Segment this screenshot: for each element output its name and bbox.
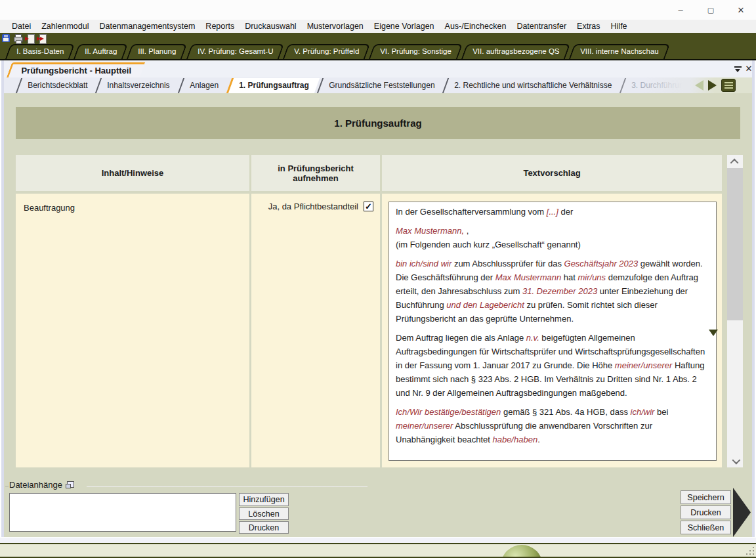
column-header-in-pruefungsbericht-aufnehmen: in Prüfungsbericht aufnehmen [251, 155, 380, 191]
cell-inhalt: Beauftragung [16, 194, 249, 467]
page-title: 1. Prüfungsauftrag [16, 107, 740, 139]
toolbar [0, 33, 756, 45]
tab-list-menu-icon[interactable] [721, 79, 736, 92]
print-attachment-button[interactable]: Drucken [239, 521, 289, 534]
module-tab-bar: I. Basis-Daten II. Auftrag III. Planung … [0, 45, 756, 60]
tab-interne-nachschau[interactable]: VIII. interne Nachschau [569, 44, 670, 59]
open-attachments-window-icon[interactable] [66, 481, 74, 488]
resize-grip[interactable] [746, 546, 754, 555]
subtab-berichtsdeckblatt[interactable]: Berichtsdeckblatt [16, 78, 98, 93]
subtab-fade-overlay [644, 77, 690, 93]
menu-reports[interactable]: Reports [200, 20, 240, 33]
menu-extras[interactable]: Extras [572, 20, 605, 33]
menu-eigene-vorlagen[interactable]: Eigene Vorlagen [369, 20, 440, 33]
status-sphere-icon [501, 545, 543, 558]
status-bar [0, 543, 756, 558]
scroll-down-icon[interactable] [727, 454, 743, 467]
section-tab-bar: Berichtsdeckblatt Inhaltsverzeichnis Anl… [4, 77, 752, 93]
menu-datenmanagementsystem[interactable]: Datenmanagementsystem [94, 20, 200, 33]
check-in-icon[interactable] [25, 34, 35, 43]
scroll-tabs-right-icon[interactable] [708, 80, 717, 91]
subtab-anlagen[interactable]: Anlagen [178, 78, 229, 93]
scroll-tabs-left-icon[interactable] [695, 80, 704, 91]
attachments-listbox[interactable] [9, 493, 236, 532]
pflichtbestandteil-label: Ja, da Pflichtbestandteil [268, 202, 358, 211]
add-attachment-button[interactable]: Hinzufügen [239, 493, 289, 506]
menu-aus-einchecken[interactable]: Aus-/Einchecken [440, 20, 512, 33]
document-tab-pruefungsbericht-hauptteil[interactable]: Prüfungsbericht - Hauptteil [7, 62, 145, 77]
menu-bar: Datei Zahlenmodul Datenmanagementsystem … [0, 20, 756, 33]
menu-datentransfer[interactable]: Datentransfer [511, 20, 572, 33]
menu-druckauswahl[interactable]: Druckauswahl [240, 20, 302, 33]
subtab-nav [690, 77, 752, 93]
window-titlebar: – ▢ ✕ [0, 0, 756, 20]
field-marker-icon [709, 330, 718, 336]
application-window: – ▢ ✕ Datei Zahlenmodul Datenmanagements… [0, 0, 756, 558]
menu-zahlenmodul[interactable]: Zahlenmodul [36, 20, 94, 33]
tab-auftragsbezogene-qs[interactable]: VII. auftragsbezogene QS [461, 44, 571, 59]
groupbox-border [87, 486, 368, 487]
menu-datei[interactable]: Datei [7, 20, 36, 33]
pflichtbestandteil-checkbox[interactable]: ✓ [364, 202, 373, 211]
subtab-rechtliche-wirtschaftliche-verhaeltnisse[interactable]: 2. Rechtliche und wirtschaftliche Verhäl… [442, 78, 622, 93]
cell-aufnehmen: Ja, da Pflichtbestandteil ✓ [251, 194, 380, 467]
groupbox-border-left [5, 486, 9, 487]
scroll-up-icon[interactable] [727, 155, 743, 168]
panel-close-icon[interactable]: ✕ [744, 63, 753, 74]
tab-pruefung-gesamt-u[interactable]: IV. Prüfung: Gesamt-U [186, 44, 284, 59]
tab-planung[interactable]: III. Planung [127, 44, 188, 59]
tab-pruefung-prueffeld[interactable]: V. Prüfung: Prüffeld [283, 44, 370, 59]
window-frame-right [752, 60, 756, 537]
delete-attachment-button[interactable]: Löschen [239, 507, 289, 520]
textvorschlag-editor[interactable]: In der Gesellschafterversammlung vom [..… [388, 202, 717, 461]
tab-basis-daten[interactable]: I. Basis-Daten [5, 44, 75, 59]
print-button[interactable]: Drucken [681, 505, 731, 519]
save-button[interactable]: Speichern [681, 490, 731, 504]
menu-hilfe[interactable]: Hilfe [606, 20, 633, 33]
close-icon[interactable]: ✕ [726, 0, 756, 20]
attachments-label: Dateianhänge [9, 480, 74, 490]
subtab-inhaltsverzeichnis[interactable]: Inhaltsverzeichnis [95, 78, 180, 93]
tab-auftrag[interactable]: II. Auftrag [74, 44, 129, 59]
maximize-icon[interactable]: ▢ [696, 0, 726, 20]
tab-pruefung-sonstige[interactable]: VI. Prüfung: Sonstige [369, 44, 463, 59]
pin-panel-icon[interactable] [734, 66, 742, 73]
column-header-inhalt-hinweise: Inhalt/Hinweise [16, 155, 249, 191]
close-button[interactable]: Schließen [681, 521, 731, 534]
save-icon[interactable] [1, 34, 11, 43]
print-icon[interactable] [13, 34, 23, 43]
menu-mustervorlagen[interactable]: Mustervorlagen [302, 20, 369, 33]
checkmark-icon: ✓ [365, 202, 372, 211]
vertical-scrollbar[interactable] [727, 155, 743, 467]
scrollbar-thumb[interactable] [727, 168, 743, 320]
check-in-all-icon[interactable] [37, 34, 47, 43]
subtab-pruefungsauftrag[interactable]: 1. Prüfungsauftrag [226, 78, 320, 93]
minimize-icon[interactable]: – [665, 0, 696, 20]
column-header-textvorschlag: Textvorschlag [382, 155, 722, 191]
bottom-separator [0, 537, 756, 543]
subtab-grundsaetzliche-feststellungen[interactable]: Grundsätzliche Feststellungen [316, 78, 445, 93]
